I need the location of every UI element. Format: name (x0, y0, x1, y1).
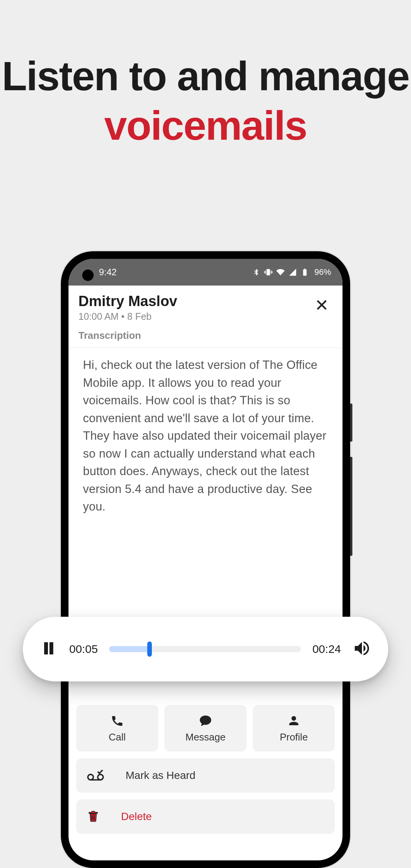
headline-line1: Listen to and manage (0, 51, 411, 101)
phone-frame: 9:42 96% Dmitry Maslov 10:00 AM • 8 Feb … (61, 251, 350, 868)
speaker-icon (352, 639, 371, 658)
profile-icon (287, 714, 301, 728)
voicemail-date: 8 Feb (127, 311, 151, 322)
phone-camera-hole (82, 270, 94, 281)
transcription-text: Hi, check out the latest version of The … (76, 348, 335, 516)
call-label: Call (109, 731, 126, 743)
caller-name: Dmitry Maslov (78, 293, 177, 310)
voicemail-actions: Call Message Profile Mark as Heard Delet… (76, 705, 335, 834)
battery-icon (301, 268, 309, 276)
caller-meta: 10:00 AM • 8 Feb (78, 311, 177, 322)
pause-button[interactable] (40, 639, 58, 659)
status-time: 9:42 (99, 267, 117, 278)
mark-heard-button[interactable]: Mark as Heard (76, 758, 335, 793)
elapsed-time: 00:05 (69, 643, 98, 656)
status-icons: 96% (252, 267, 331, 277)
svg-point-0 (88, 774, 93, 780)
message-label: Message (185, 731, 226, 743)
voicemail-time: 10:00 AM (78, 311, 119, 322)
phone-power-button (350, 404, 352, 442)
vibrate-icon (264, 268, 272, 276)
headline-line2: voicemails (0, 101, 411, 150)
close-button[interactable]: ✕ (311, 293, 333, 317)
audio-player: 00:05 00:24 (23, 617, 388, 681)
message-icon (199, 714, 212, 728)
seek-fill (109, 646, 150, 652)
voicemail-icon (87, 770, 104, 781)
message-button[interactable]: Message (164, 705, 247, 752)
signal-icon (288, 268, 297, 276)
wifi-icon (276, 268, 285, 276)
bluetooth-icon (252, 268, 260, 276)
seek-thumb[interactable] (147, 641, 152, 657)
voicemail-header: Dmitry Maslov 10:00 AM • 8 Feb ✕ (76, 293, 335, 322)
profile-button[interactable]: Profile (253, 705, 335, 752)
mark-heard-label: Mark as Heard (126, 769, 196, 782)
transcription-label: Transcription (68, 330, 342, 348)
seek-track[interactable] (109, 646, 301, 652)
phone-volume-button (350, 457, 352, 556)
phone-icon (110, 714, 124, 728)
profile-label: Profile (280, 731, 308, 743)
action-row-top: Call Message Profile (76, 705, 335, 752)
delete-label: Delete (121, 811, 152, 823)
caller-block: Dmitry Maslov 10:00 AM • 8 Feb (78, 293, 177, 322)
speaker-button[interactable] (352, 639, 371, 659)
call-button[interactable]: Call (76, 705, 158, 752)
trash-icon (87, 809, 100, 824)
phone-screen: 9:42 96% Dmitry Maslov 10:00 AM • 8 Feb … (68, 259, 342, 860)
page-headline: Listen to and manage voicemails (0, 51, 411, 150)
voicemail-detail: Dmitry Maslov 10:00 AM • 8 Feb ✕ Transcr… (68, 286, 342, 516)
svg-point-1 (98, 774, 103, 780)
status-battery-pct: 96% (314, 267, 331, 277)
status-bar: 9:42 96% (68, 259, 342, 286)
pause-icon (40, 639, 58, 657)
delete-button[interactable]: Delete (76, 799, 335, 834)
duration-time: 00:24 (312, 643, 341, 656)
